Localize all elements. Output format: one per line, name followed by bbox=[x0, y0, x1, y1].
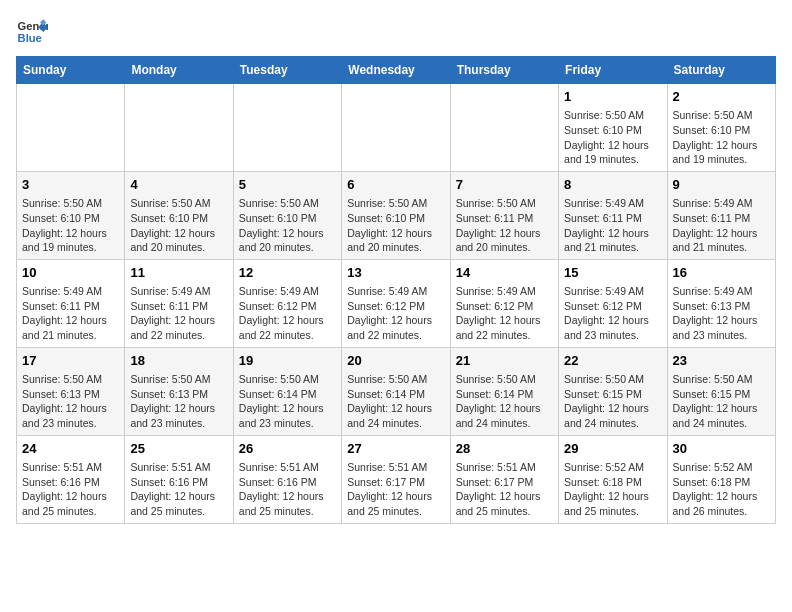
day-info: Sunrise: 5:50 AMSunset: 6:10 PMDaylight:… bbox=[347, 196, 444, 255]
day-info: Sunrise: 5:50 AMSunset: 6:14 PMDaylight:… bbox=[239, 372, 336, 431]
day-info: Sunrise: 5:50 AMSunset: 6:13 PMDaylight:… bbox=[130, 372, 227, 431]
calendar-cell: 7Sunrise: 5:50 AMSunset: 6:11 PMDaylight… bbox=[450, 171, 558, 259]
day-number: 5 bbox=[239, 176, 336, 194]
day-number: 11 bbox=[130, 264, 227, 282]
day-info: Sunrise: 5:49 AMSunset: 6:12 PMDaylight:… bbox=[347, 284, 444, 343]
day-info: Sunrise: 5:49 AMSunset: 6:11 PMDaylight:… bbox=[673, 196, 770, 255]
day-number: 19 bbox=[239, 352, 336, 370]
day-number: 26 bbox=[239, 440, 336, 458]
logo: General Blue bbox=[16, 16, 52, 48]
day-number: 28 bbox=[456, 440, 553, 458]
day-number: 21 bbox=[456, 352, 553, 370]
calendar-cell: 27Sunrise: 5:51 AMSunset: 6:17 PMDayligh… bbox=[342, 435, 450, 523]
day-info: Sunrise: 5:50 AMSunset: 6:15 PMDaylight:… bbox=[673, 372, 770, 431]
day-number: 30 bbox=[673, 440, 770, 458]
day-info: Sunrise: 5:49 AMSunset: 6:11 PMDaylight:… bbox=[564, 196, 661, 255]
calendar-cell: 11Sunrise: 5:49 AMSunset: 6:11 PMDayligh… bbox=[125, 259, 233, 347]
calendar-cell: 20Sunrise: 5:50 AMSunset: 6:14 PMDayligh… bbox=[342, 347, 450, 435]
day-info: Sunrise: 5:52 AMSunset: 6:18 PMDaylight:… bbox=[673, 460, 770, 519]
day-info: Sunrise: 5:51 AMSunset: 6:17 PMDaylight:… bbox=[456, 460, 553, 519]
calendar-cell: 17Sunrise: 5:50 AMSunset: 6:13 PMDayligh… bbox=[17, 347, 125, 435]
day-info: Sunrise: 5:51 AMSunset: 6:16 PMDaylight:… bbox=[130, 460, 227, 519]
weekday-header-row: SundayMondayTuesdayWednesdayThursdayFrid… bbox=[17, 57, 776, 84]
weekday-header-sunday: Sunday bbox=[17, 57, 125, 84]
day-number: 7 bbox=[456, 176, 553, 194]
calendar-cell bbox=[17, 84, 125, 172]
day-number: 1 bbox=[564, 88, 661, 106]
day-number: 18 bbox=[130, 352, 227, 370]
week-row-3: 10Sunrise: 5:49 AMSunset: 6:11 PMDayligh… bbox=[17, 259, 776, 347]
day-number: 10 bbox=[22, 264, 119, 282]
day-number: 24 bbox=[22, 440, 119, 458]
week-row-1: 1Sunrise: 5:50 AMSunset: 6:10 PMDaylight… bbox=[17, 84, 776, 172]
day-number: 25 bbox=[130, 440, 227, 458]
calendar-cell: 24Sunrise: 5:51 AMSunset: 6:16 PMDayligh… bbox=[17, 435, 125, 523]
calendar-cell: 22Sunrise: 5:50 AMSunset: 6:15 PMDayligh… bbox=[559, 347, 667, 435]
calendar-cell: 2Sunrise: 5:50 AMSunset: 6:10 PMDaylight… bbox=[667, 84, 775, 172]
day-info: Sunrise: 5:50 AMSunset: 6:11 PMDaylight:… bbox=[456, 196, 553, 255]
calendar-cell: 14Sunrise: 5:49 AMSunset: 6:12 PMDayligh… bbox=[450, 259, 558, 347]
week-row-2: 3Sunrise: 5:50 AMSunset: 6:10 PMDaylight… bbox=[17, 171, 776, 259]
calendar-cell: 16Sunrise: 5:49 AMSunset: 6:13 PMDayligh… bbox=[667, 259, 775, 347]
week-row-4: 17Sunrise: 5:50 AMSunset: 6:13 PMDayligh… bbox=[17, 347, 776, 435]
day-info: Sunrise: 5:52 AMSunset: 6:18 PMDaylight:… bbox=[564, 460, 661, 519]
calendar-body: 1Sunrise: 5:50 AMSunset: 6:10 PMDaylight… bbox=[17, 84, 776, 524]
calendar-cell bbox=[125, 84, 233, 172]
calendar-cell: 19Sunrise: 5:50 AMSunset: 6:14 PMDayligh… bbox=[233, 347, 341, 435]
day-number: 9 bbox=[673, 176, 770, 194]
day-number: 27 bbox=[347, 440, 444, 458]
weekday-header-wednesday: Wednesday bbox=[342, 57, 450, 84]
day-info: Sunrise: 5:51 AMSunset: 6:17 PMDaylight:… bbox=[347, 460, 444, 519]
calendar-cell: 10Sunrise: 5:49 AMSunset: 6:11 PMDayligh… bbox=[17, 259, 125, 347]
calendar-cell: 21Sunrise: 5:50 AMSunset: 6:14 PMDayligh… bbox=[450, 347, 558, 435]
day-number: 20 bbox=[347, 352, 444, 370]
day-number: 14 bbox=[456, 264, 553, 282]
calendar-cell: 28Sunrise: 5:51 AMSunset: 6:17 PMDayligh… bbox=[450, 435, 558, 523]
day-number: 23 bbox=[673, 352, 770, 370]
day-info: Sunrise: 5:51 AMSunset: 6:16 PMDaylight:… bbox=[239, 460, 336, 519]
day-number: 22 bbox=[564, 352, 661, 370]
calendar-cell: 5Sunrise: 5:50 AMSunset: 6:10 PMDaylight… bbox=[233, 171, 341, 259]
day-info: Sunrise: 5:49 AMSunset: 6:11 PMDaylight:… bbox=[130, 284, 227, 343]
day-number: 17 bbox=[22, 352, 119, 370]
weekday-header-tuesday: Tuesday bbox=[233, 57, 341, 84]
day-number: 16 bbox=[673, 264, 770, 282]
calendar-cell: 15Sunrise: 5:49 AMSunset: 6:12 PMDayligh… bbox=[559, 259, 667, 347]
day-number: 4 bbox=[130, 176, 227, 194]
day-number: 3 bbox=[22, 176, 119, 194]
svg-text:Blue: Blue bbox=[18, 32, 42, 44]
day-info: Sunrise: 5:49 AMSunset: 6:12 PMDaylight:… bbox=[564, 284, 661, 343]
logo-icon: General Blue bbox=[16, 16, 48, 48]
day-info: Sunrise: 5:50 AMSunset: 6:10 PMDaylight:… bbox=[239, 196, 336, 255]
calendar-cell: 8Sunrise: 5:49 AMSunset: 6:11 PMDaylight… bbox=[559, 171, 667, 259]
day-info: Sunrise: 5:50 AMSunset: 6:14 PMDaylight:… bbox=[347, 372, 444, 431]
day-info: Sunrise: 5:50 AMSunset: 6:15 PMDaylight:… bbox=[564, 372, 661, 431]
day-info: Sunrise: 5:50 AMSunset: 6:10 PMDaylight:… bbox=[22, 196, 119, 255]
day-info: Sunrise: 5:50 AMSunset: 6:14 PMDaylight:… bbox=[456, 372, 553, 431]
calendar-cell: 29Sunrise: 5:52 AMSunset: 6:18 PMDayligh… bbox=[559, 435, 667, 523]
day-info: Sunrise: 5:50 AMSunset: 6:10 PMDaylight:… bbox=[673, 108, 770, 167]
day-info: Sunrise: 5:50 AMSunset: 6:10 PMDaylight:… bbox=[564, 108, 661, 167]
week-row-5: 24Sunrise: 5:51 AMSunset: 6:16 PMDayligh… bbox=[17, 435, 776, 523]
calendar-cell: 9Sunrise: 5:49 AMSunset: 6:11 PMDaylight… bbox=[667, 171, 775, 259]
day-number: 8 bbox=[564, 176, 661, 194]
calendar-table: SundayMondayTuesdayWednesdayThursdayFrid… bbox=[16, 56, 776, 524]
calendar-cell bbox=[342, 84, 450, 172]
header: General Blue bbox=[16, 16, 776, 48]
day-number: 6 bbox=[347, 176, 444, 194]
calendar-cell bbox=[450, 84, 558, 172]
day-number: 15 bbox=[564, 264, 661, 282]
weekday-header-friday: Friday bbox=[559, 57, 667, 84]
day-info: Sunrise: 5:50 AMSunset: 6:13 PMDaylight:… bbox=[22, 372, 119, 431]
day-number: 13 bbox=[347, 264, 444, 282]
day-number: 2 bbox=[673, 88, 770, 106]
calendar-cell: 6Sunrise: 5:50 AMSunset: 6:10 PMDaylight… bbox=[342, 171, 450, 259]
day-info: Sunrise: 5:49 AMSunset: 6:12 PMDaylight:… bbox=[239, 284, 336, 343]
day-info: Sunrise: 5:49 AMSunset: 6:12 PMDaylight:… bbox=[456, 284, 553, 343]
day-info: Sunrise: 5:50 AMSunset: 6:10 PMDaylight:… bbox=[130, 196, 227, 255]
weekday-header-saturday: Saturday bbox=[667, 57, 775, 84]
calendar-cell: 12Sunrise: 5:49 AMSunset: 6:12 PMDayligh… bbox=[233, 259, 341, 347]
calendar-cell: 1Sunrise: 5:50 AMSunset: 6:10 PMDaylight… bbox=[559, 84, 667, 172]
day-info: Sunrise: 5:51 AMSunset: 6:16 PMDaylight:… bbox=[22, 460, 119, 519]
calendar-cell: 4Sunrise: 5:50 AMSunset: 6:10 PMDaylight… bbox=[125, 171, 233, 259]
